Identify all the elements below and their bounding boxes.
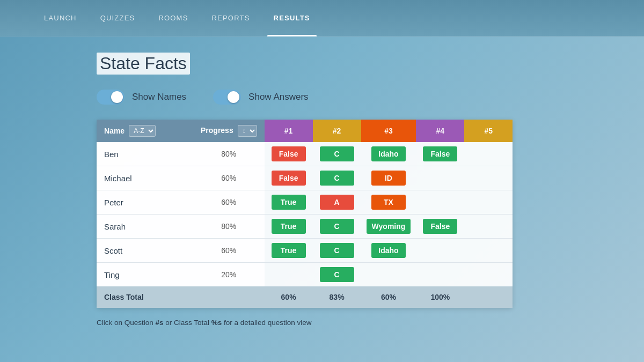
answer-badge: False (423, 219, 457, 234)
cell-q1: True (265, 215, 313, 239)
nav-quizzes[interactable]: QUIZZES (89, 0, 147, 36)
show-names-group: Show Names (97, 90, 186, 105)
cell-q5 (464, 263, 513, 287)
class-total-q2[interactable]: 83% (313, 286, 361, 308)
class-total-q3[interactable]: 60% (361, 286, 416, 308)
nav-results[interactable]: RESULTS (262, 0, 322, 36)
show-names-toggle[interactable] (97, 90, 125, 105)
show-answers-group: Show Answers (213, 90, 309, 105)
answer-badge: Idaho (371, 146, 406, 161)
table-header-row: Name A-Z Z-A Progress ↕ #1 (97, 120, 513, 142)
cell-q4 (416, 239, 464, 263)
table-row: Michael 60% False C ID (97, 166, 513, 190)
nav-reports[interactable]: REPORTS (200, 0, 262, 36)
cell-name: Michael (97, 166, 193, 190)
th-q5[interactable]: #5 (464, 120, 513, 142)
cell-progress: 60% (193, 166, 265, 190)
show-answers-toggle[interactable] (213, 90, 241, 105)
cell-q4: False (416, 215, 464, 239)
cell-q3: Wyoming (361, 215, 416, 239)
cell-q4: False (416, 142, 464, 166)
cell-q2: C (313, 166, 361, 190)
answer-badge: False (272, 171, 306, 186)
cell-q1 (265, 263, 313, 287)
results-table: Name A-Z Z-A Progress ↕ #1 (97, 120, 513, 308)
cell-q5 (464, 190, 513, 215)
show-names-label: Show Names (132, 92, 186, 102)
cell-q3: Idaho (361, 142, 416, 166)
nav-launch[interactable]: LAUNCH (32, 0, 89, 36)
col-name-label: Name (104, 127, 125, 135)
bold-qs: #s (156, 319, 164, 327)
th-name: Name A-Z Z-A (97, 120, 193, 142)
cell-q2: A (313, 190, 361, 215)
table-row: Ting 20% C (97, 263, 513, 287)
answer-badge: Wyoming (367, 219, 411, 234)
answer-badge: C (320, 171, 354, 186)
cell-q1: False (265, 166, 313, 190)
class-total-row: Class Total 60% 83% 60% 100% (97, 286, 513, 308)
progress-sort-select[interactable]: ↕ (238, 125, 257, 137)
main-content: State Facts Show Names Show Answers Name (0, 36, 644, 362)
table-row: Sarah 80% True C Wyoming False (97, 215, 513, 239)
cell-q2: C (313, 142, 361, 166)
results-table-container: Name A-Z Z-A Progress ↕ #1 (97, 120, 513, 308)
cell-name: Sarah (97, 215, 193, 239)
nav-rooms[interactable]: ROOMS (147, 0, 200, 36)
th-q2[interactable]: #2 (313, 120, 361, 142)
cell-name: Peter (97, 190, 193, 215)
table-row: Scott 60% True C Idaho (97, 239, 513, 263)
class-total-q4[interactable]: 100% (416, 286, 464, 308)
cell-q4 (416, 190, 464, 215)
cell-q5 (464, 142, 513, 166)
table-body: Ben 80% False C Idaho False Michael 60% … (97, 142, 513, 286)
answer-badge: False (272, 146, 306, 161)
toggle-row: Show Names Show Answers (97, 90, 612, 105)
cell-q4 (416, 166, 464, 190)
cell-q5 (464, 215, 513, 239)
cell-q1: True (265, 239, 313, 263)
cell-name: Ting (97, 263, 193, 287)
top-navigation: LAUNCH QUIZZES ROOMS REPORTS RESULTS (0, 0, 644, 36)
answer-badge: True (272, 219, 306, 234)
cell-q1: False (265, 142, 313, 166)
cell-name: Scott (97, 239, 193, 263)
cell-q2: C (313, 263, 361, 287)
cell-progress: 20% (193, 263, 265, 287)
answer-badge: C (320, 267, 354, 282)
answer-badge: C (320, 219, 354, 234)
answer-badge: ID (371, 171, 406, 186)
toggle-knob (111, 91, 123, 103)
page-title: State Facts (97, 53, 190, 75)
show-answers-label: Show Answers (248, 92, 309, 102)
th-progress: Progress ↕ (193, 120, 265, 142)
answer-badge: A (320, 195, 354, 210)
th-q1[interactable]: #1 (265, 120, 313, 142)
answer-badge: True (272, 243, 306, 258)
cell-progress: 80% (193, 142, 265, 166)
cell-progress: 80% (193, 215, 265, 239)
class-total-q1[interactable]: 60% (265, 286, 313, 308)
table-row: Peter 60% True A TX (97, 190, 513, 215)
sort-select[interactable]: A-Z Z-A (129, 125, 156, 137)
cell-q4 (416, 263, 464, 287)
cell-q2: C (313, 239, 361, 263)
cell-name: Ben (97, 142, 193, 166)
footer-note: Click on Question #s or Class Total %s f… (97, 319, 612, 327)
cell-q5 (464, 239, 513, 263)
cell-q3 (361, 263, 416, 287)
cell-q3: ID (361, 166, 416, 190)
cell-progress: 60% (193, 190, 265, 215)
cell-q3: TX (361, 190, 416, 215)
table-footer: Class Total 60% 83% 60% 100% (97, 286, 513, 308)
cell-q2: C (313, 215, 361, 239)
answer-badge: C (320, 146, 354, 161)
th-q4[interactable]: #4 (416, 120, 464, 142)
answer-badge: C (320, 243, 354, 258)
class-total-q5[interactable] (464, 286, 513, 308)
table-row: Ben 80% False C Idaho False (97, 142, 513, 166)
answer-badge: TX (371, 195, 406, 210)
cell-q1: True (265, 190, 313, 215)
th-q3[interactable]: #3 (361, 120, 416, 142)
cell-q5 (464, 166, 513, 190)
